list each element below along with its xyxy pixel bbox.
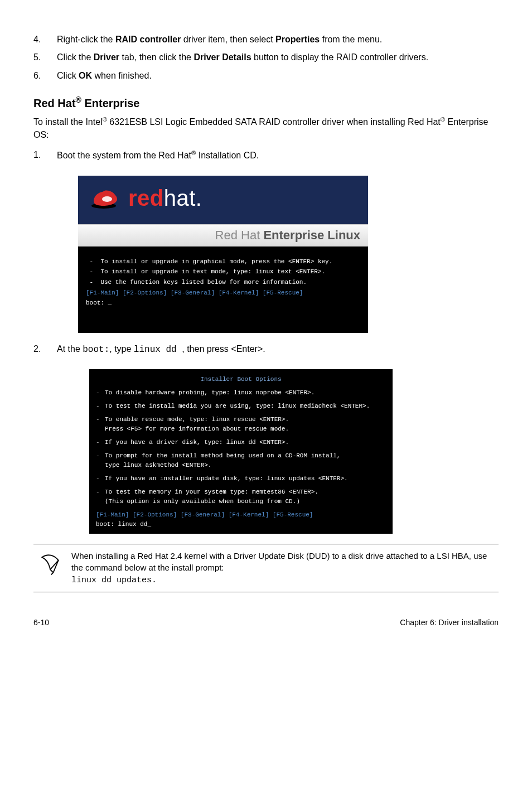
section-heading: Red Hat® Enterprise — [33, 95, 499, 110]
boot-options-title: Installer Boot Options — [96, 375, 386, 384]
screenshot-boot-options: Installer Boot Options -To disable hardw… — [89, 369, 393, 534]
step-number: 1. — [33, 149, 57, 162]
code: linux dd — [134, 345, 182, 355]
boot-option-item: -To test the memory in your system type:… — [96, 487, 386, 506]
step-text: Boot the system from the Red Hat® Instal… — [57, 149, 499, 162]
step-text: At the boot:, type linux dd , then press… — [57, 343, 499, 356]
step-number: 4. — [33, 33, 57, 46]
page-number: 6-10 — [33, 618, 49, 627]
boot-option-item: -To disable hardware probing, type: linu… — [96, 388, 386, 398]
step-text: Click OK when finished. — [57, 70, 499, 82]
boot-fkeys: [F1-Main] [F2-Options] [F3-General] [F4-… — [96, 510, 386, 520]
boot-option-item: -To prompt for the install method being … — [96, 451, 386, 470]
redhat-wordmark: redhat. — [128, 186, 202, 211]
boot-option-item: -To test the install media you are using… — [96, 402, 386, 411]
lead-paragraph: To install the Intel® 6321ESB LSI Logic … — [33, 115, 499, 141]
note-code: linux dd updates. — [71, 576, 157, 585]
redhat-console: - To install or upgrade in graphical mod… — [78, 247, 368, 333]
page-footer: 6-10 Chapter 6: Driver installation — [33, 613, 499, 627]
code: boot: — [83, 345, 109, 355]
boot-option-item: -If you have a driver disk, type: linux … — [96, 438, 386, 447]
svg-point-1 — [102, 196, 112, 202]
steps-install: 1. Boot the system from the Red Hat® Ins… — [33, 149, 499, 162]
boot-option-item: -If you have an installer update disk, t… — [96, 474, 386, 484]
step-text: Click the Driver tab, then click the Dri… — [57, 51, 499, 64]
step-number: 2. — [33, 343, 57, 356]
step-number: 6. — [33, 70, 57, 82]
redhat-word-dot: . — [196, 186, 202, 210]
screenshot-redhat-splash: redhat. Red Hat Enterprise Linux - To in… — [78, 176, 368, 333]
subbar-light: Red Hat — [215, 228, 264, 242]
subbar-heavy: Enterprise Linux — [263, 228, 360, 242]
redhat-word-red: red — [128, 186, 164, 210]
chapter-label: Chapter 6: Driver installation — [400, 618, 499, 627]
redhat-subbar: Red Hat Enterprise Linux — [78, 224, 368, 247]
step-number: 5. — [33, 51, 57, 64]
t: At the — [57, 344, 83, 354]
boot-option-item: -To enable rescue mode, type: linux resc… — [96, 415, 386, 434]
note-body: When installing a Red Hat 2.4 kernel wit… — [71, 551, 487, 572]
note-text: When installing a Red Hat 2.4 kernel wit… — [71, 550, 494, 586]
t: , type — [109, 344, 134, 354]
t: , then press <Enter>. — [182, 344, 265, 354]
redhat-word-hat: hat — [164, 186, 196, 210]
note-box: When installing a Red Hat 2.4 kernel wit… — [33, 544, 499, 592]
svg-line-2 — [51, 573, 54, 575]
redhat-banner: redhat. — [78, 176, 368, 224]
steps-install-2: 2. At the boot:, type linux dd , then pr… — [33, 343, 499, 356]
step-text: Right-click the RAID controller driver i… — [57, 33, 499, 46]
redhat-logo-icon — [90, 187, 120, 209]
note-icon — [38, 550, 71, 579]
steps-top: 4.Right-click the RAID controller driver… — [33, 33, 499, 82]
boot-prompt: boot: linux dd_ — [96, 520, 386, 529]
